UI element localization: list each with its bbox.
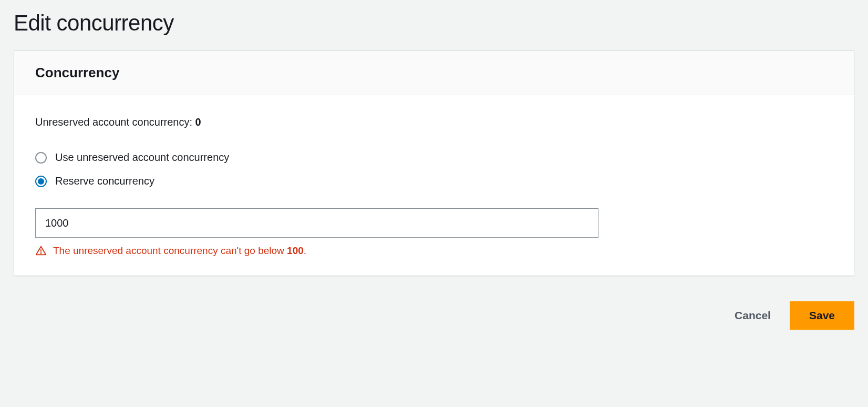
error-text: The unreserved account concurrency can't… (53, 245, 306, 257)
error-bold: 100 (287, 245, 304, 256)
footer-actions: Cancel Save (14, 301, 854, 330)
unreserved-value: 0 (195, 116, 201, 128)
panel-header-title: Concurrency (35, 65, 833, 81)
error-message: The unreserved account concurrency can't… (35, 245, 833, 257)
warning-icon (35, 245, 47, 257)
error-suffix: . (304, 245, 306, 256)
error-prefix: The unreserved account concurrency can't… (53, 245, 287, 256)
concurrency-panel: Concurrency Unreserved account concurren… (14, 50, 854, 276)
unreserved-account-concurrency: Unreserved account concurrency: 0 (35, 116, 833, 128)
page-title: Edit concurrency (14, 11, 854, 36)
panel-body: Unreserved account concurrency: 0 Use un… (14, 95, 854, 276)
panel-header: Concurrency (14, 51, 854, 95)
reserve-concurrency-input[interactable] (35, 208, 598, 238)
radio-label-use-unreserved: Use unreserved account concurrency (55, 151, 229, 164)
save-button[interactable]: Save (790, 301, 854, 330)
unreserved-label: Unreserved account concurrency: (35, 116, 195, 128)
concurrency-radio-group: Use unreserved account concurrency Reser… (35, 151, 833, 187)
radio-icon (35, 176, 47, 187)
svg-point-1 (40, 253, 41, 253)
radio-label-reserve: Reserve concurrency (55, 175, 154, 187)
cancel-button[interactable]: Cancel (730, 304, 775, 327)
radio-use-unreserved[interactable]: Use unreserved account concurrency (35, 151, 833, 164)
radio-reserve-concurrency[interactable]: Reserve concurrency (35, 175, 833, 187)
radio-icon (35, 152, 47, 164)
